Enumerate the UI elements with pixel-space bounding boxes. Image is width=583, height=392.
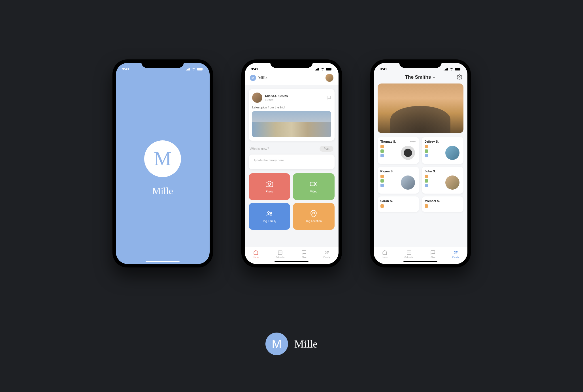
svg-point-20 [325,251,327,252]
svg-point-16 [270,212,271,213]
post-card[interactable]: Michael Smith 9:35pm Latest pics from th… [249,89,335,141]
app-logo-icon: M [250,75,256,81]
splash-screen: 9:41 M Mille [116,63,210,264]
post-image[interactable] [252,111,331,137]
home-indicator[interactable] [146,261,180,262]
comment-icon[interactable] [327,95,331,100]
post-time: 9:35pm [265,98,288,101]
post-button[interactable]: Post [320,146,333,152]
settings-icon[interactable] [457,74,462,80]
battery-icon [455,68,461,70]
phone-icon[interactable] [380,204,384,208]
svg-rect-3 [189,68,190,70]
svg-rect-26 [455,68,460,70]
member-name: Michael S. [425,199,461,203]
phones-row: 9:41 M Mille 9:41 [0,0,583,267]
phone-icon[interactable] [380,145,384,148]
svg-rect-13 [310,182,315,186]
feed-body[interactable]: Michael Smith 9:35pm Latest pics from th… [245,85,339,247]
feed-screen: 9:41 M Mille M [245,63,339,264]
svg-rect-8 [317,68,318,70]
svg-point-21 [327,251,328,252]
location-icon[interactable] [425,149,428,153]
compose-input[interactable]: Update the family here... [249,155,335,169]
member-avatar[interactable] [401,175,415,190]
tab-label: Family [324,256,330,258]
member-card[interactable]: Rayna S. [378,167,419,194]
tag-location-tile[interactable]: Tag Location [293,203,335,230]
feed-phone: 9:41 M Mille M [241,59,342,267]
location-icon[interactable] [425,179,428,183]
family-hero-image[interactable] [378,83,463,133]
phone-icon[interactable] [425,204,428,208]
splash-title: Mille [152,186,173,196]
member-name: Jeffrey S. [425,140,461,143]
calendar-icon[interactable] [425,154,428,157]
member-card[interactable]: Sarah S. [378,196,419,212]
member-avatar[interactable] [445,146,459,160]
profile-avatar[interactable] [325,74,333,82]
member-card[interactable]: John S. [422,167,463,194]
status-time: 9:41 [122,67,129,71]
tile-label: Tag Family [263,220,276,223]
family-title-dropdown[interactable]: The Smiths [405,74,436,80]
video-tile[interactable]: Video [293,173,335,200]
post-avatar[interactable] [252,93,262,103]
location-icon[interactable] [380,149,384,153]
feed-logo-group[interactable]: M Mille [250,75,268,81]
location-icon[interactable] [380,179,384,183]
svg-rect-11 [332,68,332,70]
member-name: Sarah S. [380,199,416,203]
member-avatar[interactable] [401,146,415,160]
tab-family[interactable]: Family [452,250,459,258]
svg-point-28 [459,77,460,78]
phone-icon[interactable] [425,175,428,178]
svg-point-32 [456,251,457,252]
tab-home[interactable]: Home [253,250,259,258]
calendar-icon[interactable] [380,184,384,187]
svg-rect-25 [447,68,448,70]
member-badge: admin [410,140,416,143]
tab-calendar[interactable]: Calendar [275,250,284,258]
member-card[interactable]: Thomas S. admin [378,137,419,164]
home-icon [382,250,388,255]
post-author: Michael Smith [265,94,288,98]
svg-rect-1 [187,69,188,70]
home-indicator[interactable] [275,261,308,262]
phone-icon[interactable] [380,175,384,178]
chat-icon [430,250,436,255]
phone-icon[interactable] [425,145,428,148]
calendar-icon [406,250,412,255]
status-icons [186,68,203,70]
svg-point-15 [267,211,269,213]
location-icon [310,210,317,217]
calendar-icon[interactable] [380,154,384,157]
logo-letter: M [154,147,171,170]
home-indicator[interactable] [403,261,437,262]
family-title: The Smiths [405,74,431,80]
video-icon [310,180,317,188]
family-body[interactable]: Thomas S. admin Jeffrey S. Rayna S. [374,83,467,247]
header-title: Mille [258,76,268,80]
members-grid: Thomas S. admin Jeffrey S. Rayna S. [378,137,463,212]
bottom-brand: M Mille [265,333,318,355]
tab-label: Home [253,256,259,258]
tab-home[interactable]: Home [382,250,388,258]
tag-family-tile[interactable]: Tag Family [249,203,290,230]
photo-tile[interactable]: Photo [249,173,290,200]
battery-icon [326,68,332,70]
tile-label: Video [310,190,317,193]
member-action-icons [380,204,416,208]
tab-family[interactable]: Family [324,250,330,258]
svg-rect-9 [318,68,319,70]
tab-label: Calendar [404,256,413,258]
tab-chat[interactable]: Chat [301,250,307,258]
member-card[interactable]: Michael S. [422,196,463,212]
member-avatar[interactable] [445,175,459,190]
tab-calendar[interactable]: Calendar [404,250,413,258]
svg-marker-14 [315,183,317,186]
member-card[interactable]: Jeffrey S. [422,137,463,164]
calendar-icon[interactable] [425,184,428,187]
svg-rect-29 [407,251,411,255]
tab-chat[interactable]: Chat [430,250,436,258]
